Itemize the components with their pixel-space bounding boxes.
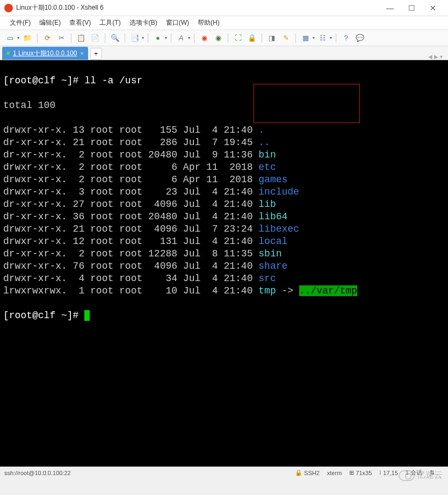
menu-help[interactable]: 帮助(H): [193, 17, 224, 29]
ls-row: drwxr-xr-x. 3 root root 23 Jul 4 21:40 i…: [3, 186, 445, 198]
highlight-icon[interactable]: ✎: [280, 32, 292, 44]
xftp-icon[interactable]: ◉: [212, 32, 224, 44]
maximize-button[interactable]: ☐: [401, 0, 422, 16]
ls-row: lrwxrwxrwx. 1 root root 10 Jul 4 21:40 t…: [3, 285, 445, 297]
menu-edit[interactable]: 编辑(E): [35, 17, 65, 29]
ls-row: drwxr-xr-x. 12 root root 131 Jul 4 21:40…: [3, 235, 445, 248]
ls-row: drwxr-xr-x. 2 root root 6 Apr 11 2018 ga…: [3, 174, 445, 186]
ls-row: dr-xr-xr-x. 36 root root 20480 Jul 4 21:…: [3, 211, 445, 223]
properties-icon[interactable]: 📑: [129, 32, 141, 44]
session-tab[interactable]: 1 Linux十期10.0.0.100 ×: [2, 47, 88, 60]
traffic-icon: ⇅: [430, 469, 435, 476]
tile-h-icon[interactable]: ▦: [300, 32, 312, 44]
app-icon: [4, 4, 13, 12]
color-scheme-icon[interactable]: ●: [152, 32, 164, 44]
status-size: 71x35: [356, 470, 372, 476]
menubar: 文件(F) 编辑(E) 查看(V) 工具(T) 选项卡(B) 窗口(W) 帮助(…: [0, 16, 448, 30]
lock-icon[interactable]: 🔒: [246, 32, 258, 44]
connection-status-icon: [6, 52, 10, 55]
status-term: xterm: [327, 470, 342, 476]
menu-window[interactable]: 窗口(W): [162, 17, 193, 29]
help-icon[interactable]: ?: [340, 32, 352, 44]
ls-row: drwxr-xr-x. 2 root root 6 Apr 11 2018 et…: [3, 161, 445, 174]
minimize-button[interactable]: —: [379, 0, 401, 16]
copy-icon[interactable]: 📋: [75, 32, 87, 44]
ls-row: dr-xr-xr-x. 2 root root 12288 Jul 8 11:3…: [3, 248, 445, 260]
ls-row: dr-xr-xr-x. 21 root root 286 Jul 7 19:45…: [3, 137, 445, 149]
search-icon[interactable]: 🔍: [109, 32, 121, 44]
status-ssh: SSH2: [304, 470, 320, 476]
xagent-icon[interactable]: ◉: [198, 32, 210, 44]
status-sessions: 1 会话: [406, 469, 422, 477]
ls-row: dr-xr-xr-x. 2 root root 20480 Jul 9 11:3…: [3, 149, 445, 161]
pos-icon: ⁞: [379, 469, 381, 476]
tab-nav-arrows[interactable]: ◀ ▶ ▾: [428, 54, 446, 60]
close-button[interactable]: ✕: [422, 0, 444, 16]
ls-row: drwxr-xr-x. 76 root root 4096 Jul 4 21:4…: [3, 260, 445, 272]
command: ll -a /usr: [84, 75, 142, 86]
window-title: Linux十期10.0.0.100 - Xshell 6: [16, 3, 379, 12]
lock-status-icon: 🔒: [295, 469, 302, 476]
total-line: total 100: [3, 99, 445, 112]
menu-tools[interactable]: 工具(T): [95, 17, 125, 29]
transparency-icon[interactable]: ◨: [266, 32, 278, 44]
ls-row: dr-xr-xr-x. 27 root root 4096 Jul 4 21:4…: [3, 198, 445, 211]
fullscreen-icon[interactable]: ⛶: [232, 32, 244, 44]
terminal[interactable]: [root@clf ~]# ll -a /usr total 100 drwxr…: [0, 60, 448, 467]
tab-close-icon[interactable]: ×: [80, 50, 83, 56]
new-session-icon[interactable]: ▭: [4, 32, 16, 44]
menu-view[interactable]: 查看(V): [65, 17, 95, 29]
titlebar: Linux十期10.0.0.100 - Xshell 6 — ☐ ✕: [0, 0, 448, 16]
tab-label: 1 Linux十期10.0.0.100: [13, 49, 77, 58]
statusbar: ssh://root@10.0.0.100:22 🔒SSH2 xterm ⊞ 7…: [0, 467, 448, 478]
paste-icon[interactable]: 📄: [89, 32, 101, 44]
tile-v-icon[interactable]: ☷: [317, 32, 329, 44]
ls-row: drwxr-xr-x. 4 root root 34 Jul 4 21:40 s…: [3, 272, 445, 285]
status-connection: ssh://root@10.0.0.100:22: [4, 470, 287, 476]
size-icon: ⊞: [349, 469, 354, 476]
ls-row: drwxr-xr-x. 21 root root 4096 Jul 7 23:2…: [3, 223, 445, 235]
menu-tabs[interactable]: 选项卡(B): [125, 17, 162, 29]
open-icon[interactable]: 📁: [21, 32, 33, 44]
tabbar: 1 Linux十期10.0.0.100 × + ◀ ▶ ▾: [0, 46, 448, 60]
prompt: [root@clf ~]#: [3, 75, 84, 86]
status-pos: 17,15: [383, 470, 398, 476]
font-icon[interactable]: A: [175, 32, 187, 44]
tab-add-button[interactable]: +: [90, 48, 102, 60]
disconnect-icon[interactable]: ✂: [55, 32, 67, 44]
reconnect-icon[interactable]: ⟳: [41, 32, 53, 44]
menu-file[interactable]: 文件(F): [5, 17, 35, 29]
cursor: [84, 310, 90, 321]
ls-row: drwxr-xr-x. 13 root root 155 Jul 4 21:40…: [3, 124, 445, 137]
chat-icon[interactable]: 💬: [354, 32, 366, 44]
toolbar: ▭▾ 📁 ⟳ ✂ 📋 📄 🔍 📑▾ ●▾ A▾ ◉ ◉ ⛶ 🔒 ◨ ✎ ▦▾ ☷…: [0, 30, 448, 46]
prompt: [root@clf ~]#: [3, 310, 84, 321]
